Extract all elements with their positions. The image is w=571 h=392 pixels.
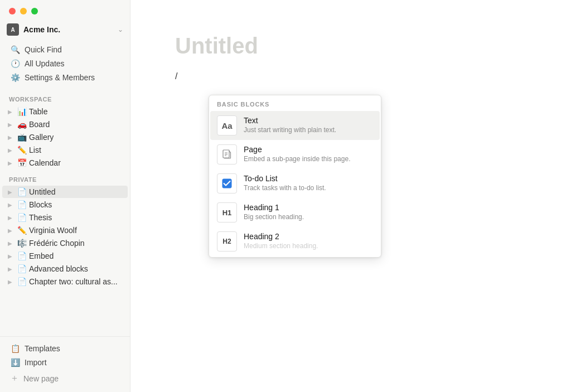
- sidebar-item-board[interactable]: ▶ 🚗 Board: [2, 118, 128, 130]
- dropdown-item-title-h1: Heading 1: [244, 203, 373, 212]
- chevron-icon: ▶: [6, 251, 14, 260]
- page-icon: 📄: [17, 213, 27, 222]
- tree-item-label-untitled: Untitled: [29, 187, 123, 196]
- dropdown-item-desc-h1: Big section heading.: [244, 213, 373, 222]
- chevron-icon: ▶: [6, 120, 14, 129]
- dropdown-item-page-content: Page Embed a sub-page inside this page.: [244, 145, 373, 164]
- workspace-icon: A: [7, 23, 19, 36]
- dropdown-item-title-text: Text: [244, 116, 373, 125]
- tree-item-label-advanced-blocks: Advanced blocks: [29, 264, 123, 273]
- chevron-icon: ▶: [6, 264, 14, 273]
- new-page-label: New page: [23, 374, 59, 383]
- h2-block-icon: H2: [217, 231, 237, 251]
- nav-item-all-updates[interactable]: 🕐 All Updates: [3, 57, 127, 70]
- sidebar-item-chapter-two[interactable]: ▶ 📄 Chapter two: cultural as...: [2, 275, 128, 288]
- tree-item-label-calendar: Calendar: [29, 158, 123, 167]
- dropdown-item-desc-page: Embed a sub-page inside this page.: [244, 155, 373, 164]
- workspace-pages: ▶ 📊 Table ▶ 🚗 Board ▶ 📺 Gallery ▶ ✏️ Lis…: [0, 105, 130, 170]
- chevron-icon: ▶: [6, 133, 14, 142]
- new-page-button[interactable]: ＋ New page: [3, 370, 127, 387]
- nav-item-templates[interactable]: 📋 Templates: [3, 342, 127, 355]
- sidebar-bottom: 📋 Templates ⬇️ Import ＋ New page: [0, 336, 130, 392]
- dropdown-item-title-page: Page: [244, 145, 373, 154]
- gallery-icon: 📺: [17, 133, 27, 142]
- editor-area[interactable]: Untitled / BASIC BLOCKS Aa Text Just sta…: [130, 0, 571, 392]
- table-icon: 📊: [17, 107, 27, 116]
- traffic-light-green[interactable]: [31, 8, 38, 14]
- chevron-icon: ▶: [6, 277, 14, 286]
- workspace-header[interactable]: A Acme Inc. ⌄: [0, 20, 130, 41]
- page-icon: 📄: [17, 264, 27, 273]
- clock-icon: 🕐: [10, 59, 20, 68]
- dropdown-item-h1[interactable]: H1 Heading 1 Big section heading.: [210, 198, 380, 227]
- dropdown-item-page[interactable]: Page Embed a sub-page inside this page.: [210, 140, 380, 169]
- nav-item-quick-find[interactable]: 🔍 Quick Find: [3, 43, 127, 56]
- plus-icon: ＋: [10, 372, 19, 384]
- chevron-icon: ▶: [6, 239, 14, 248]
- sidebar-item-frederic-chopin[interactable]: ▶ 🎼 Frédéric Chopin: [2, 237, 128, 249]
- chevron-icon: ▶: [6, 226, 14, 235]
- dropdown-item-desc-text: Just start writing with plain text.: [244, 126, 373, 135]
- page-icon: 📄: [17, 251, 27, 260]
- pencil-icon: ✏️: [17, 226, 27, 235]
- sidebar-item-table[interactable]: ▶ 📊 Table: [2, 105, 128, 118]
- board-icon: 🚗: [17, 120, 27, 129]
- sidebar-item-blocks[interactable]: ▶ 📄 Blocks: [2, 199, 128, 211]
- sidebar-item-list[interactable]: ▶ ✏️ List: [2, 144, 128, 156]
- dropdown-item-h2-content: Heading 2 Medium section heading.: [244, 232, 373, 251]
- chevron-icon: ▶: [6, 213, 14, 222]
- page-icon: 📄: [17, 277, 27, 286]
- sidebar-item-calendar[interactable]: ▶ 📅 Calendar: [2, 157, 128, 169]
- chevron-icon: ▶: [6, 146, 14, 154]
- workspace-chevron-icon: ⌄: [118, 26, 123, 33]
- page-icon: 📄: [17, 187, 27, 196]
- dropdown-item-h1-content: Heading 1 Big section heading.: [244, 203, 373, 222]
- dropdown-item-text[interactable]: Aa Text Just start writing with plain te…: [210, 111, 380, 140]
- nav-label-import: Import: [25, 358, 47, 367]
- sidebar-item-virginia-woolf[interactable]: ▶ ✏️ Virginia Woolf: [2, 224, 128, 236]
- page-icon: 📄: [17, 200, 27, 209]
- traffic-light-yellow[interactable]: [20, 8, 27, 14]
- dropdown-item-title-h2: Heading 2: [244, 232, 373, 241]
- chevron-icon: ▶: [6, 187, 14, 196]
- tree-item-label-gallery: Gallery: [29, 133, 123, 142]
- dropdown-item-title-todo: To-do List: [244, 174, 373, 183]
- sidebar-item-gallery[interactable]: ▶ 📺 Gallery: [2, 131, 128, 143]
- dropdown-item-h2[interactable]: H2 Heading 2 Medium section heading.: [210, 227, 380, 257]
- tree-item-label-table: Table: [29, 107, 123, 116]
- tree-item-label-board: Board: [29, 120, 123, 129]
- traffic-light-red[interactable]: [9, 8, 16, 14]
- slash-input[interactable]: /: [175, 70, 526, 83]
- sidebar-item-thesis[interactable]: ▶ 📄 Thesis: [2, 211, 128, 224]
- nav-label-all-updates: All Updates: [25, 59, 65, 68]
- chevron-icon: ▶: [6, 107, 14, 116]
- list-icon: ✏️: [17, 146, 27, 154]
- chevron-icon: ▶: [6, 158, 14, 167]
- page-block-icon: [217, 144, 237, 164]
- dropdown-item-todo-content: To-do List Track tasks with a to-do list…: [244, 174, 373, 193]
- gear-icon: ⚙️: [10, 73, 20, 82]
- private-section-label: PRIVATE: [0, 170, 130, 185]
- dropdown-item-text-content: Text Just start writing with plain text.: [244, 116, 373, 135]
- h1-block-icon: H1: [217, 202, 237, 222]
- text-block-icon: Aa: [217, 115, 237, 135]
- block-dropdown-menu: BASIC BLOCKS Aa Text Just start writing …: [209, 95, 381, 258]
- tree-item-label-chapter-two: Chapter two: cultural as...: [29, 277, 123, 286]
- nav-label-settings: Settings & Members: [25, 73, 95, 82]
- nav-label-quick-find: Quick Find: [25, 45, 62, 54]
- sidebar: A Acme Inc. ⌄ 🔍 Quick Find 🕐 All Updates…: [0, 0, 130, 392]
- traffic-lights: [0, 0, 130, 20]
- sidebar-item-advanced-blocks[interactable]: ▶ 📄 Advanced blocks: [2, 263, 128, 275]
- templates-icon: 📋: [10, 344, 20, 353]
- nav-item-settings[interactable]: ⚙️ Settings & Members: [3, 71, 127, 84]
- dropdown-item-todo[interactable]: To-do List Track tasks with a to-do list…: [210, 169, 380, 198]
- sidebar-item-untitled[interactable]: ▶ 📄 Untitled: [2, 186, 128, 198]
- nav-item-import[interactable]: ⬇️ Import: [3, 356, 127, 369]
- dropdown-section-label: BASIC BLOCKS: [209, 95, 381, 111]
- dropdown-item-desc-todo: Track tasks with a to-do list.: [244, 184, 373, 193]
- nav-items: 🔍 Quick Find 🕐 All Updates ⚙️ Settings &…: [0, 41, 130, 89]
- main-editor: Untitled / BASIC BLOCKS Aa Text Just sta…: [130, 0, 571, 392]
- tree-item-label-virginia-woolf: Virginia Woolf: [29, 226, 123, 235]
- nav-label-templates: Templates: [25, 344, 60, 353]
- sidebar-item-embed[interactable]: ▶ 📄 Embed: [2, 250, 128, 262]
